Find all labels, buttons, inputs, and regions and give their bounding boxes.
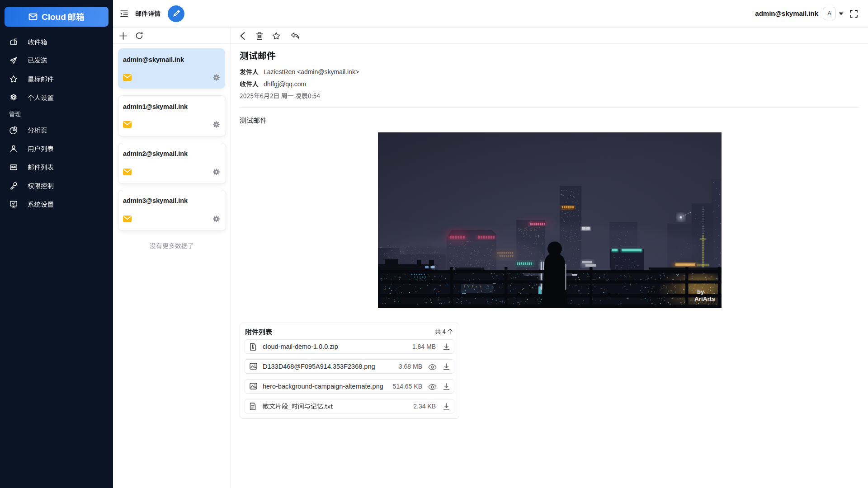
svg-text:AriArts: AriArts <box>694 296 715 302</box>
svg-text:by: by <box>697 288 704 295</box>
